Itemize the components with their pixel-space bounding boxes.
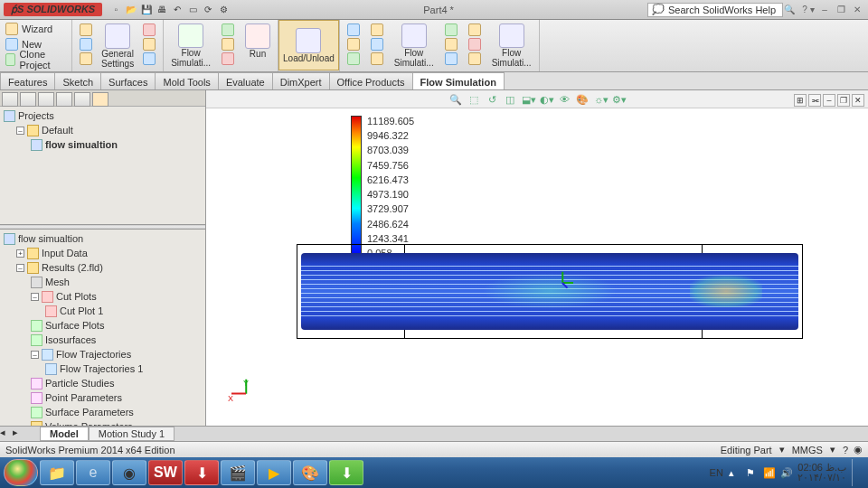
tab-mold-tools[interactable]: Mold Tools [155, 72, 218, 89]
flow-sim2-button[interactable]: Flow Simulati... [391, 22, 438, 70]
taskbar-mediaplayer[interactable]: ▶ [257, 460, 291, 485]
zoom-area-icon[interactable]: ⬚ [467, 92, 481, 107]
status-help-icon[interactable]: ? [843, 445, 848, 455]
vp-min-icon[interactable]: – [823, 94, 835, 107]
show-desktop-button[interactable] [852, 459, 859, 486]
bottom-tab-motion-study[interactable]: Motion Study 1 [89, 427, 175, 441]
load-unload-button[interactable]: Load/Unload [278, 20, 339, 70]
clone-project-button[interactable]: Clone Project [4, 52, 68, 67]
panel-tab-config[interactable] [38, 92, 54, 107]
tray-lang[interactable]: EN [710, 467, 723, 478]
options-icon[interactable]: ⚙ [217, 4, 230, 16]
vp-link-icon[interactable]: ⫘ [808, 94, 821, 107]
results-tree[interactable]: flow simualtion +Input Data –Results (2.… [0, 230, 205, 426]
conditions-icon[interactable] [80, 38, 92, 51]
tab-nav-prev[interactable]: ◂ [0, 427, 13, 440]
zoom-fit-icon[interactable]: 🔍 [448, 92, 463, 107]
status-flag-icon[interactable]: ◉ [854, 444, 863, 455]
general-settings-button[interactable]: General Settings [98, 22, 137, 70]
new-doc-icon[interactable]: ▫ [109, 4, 122, 16]
calc-control-icon[interactable] [143, 23, 156, 36]
tools3-icon[interactable] [445, 52, 458, 65]
project-tree[interactable]: Projects –Default flow simualtion [0, 107, 205, 224]
taskbar-explorer[interactable]: 📁 [40, 460, 74, 485]
restore-btn[interactable]: ❐ [834, 4, 848, 16]
tab-features[interactable]: Features [0, 72, 55, 89]
close-btn[interactable]: ✕ [850, 4, 864, 16]
insert-icon[interactable] [371, 38, 383, 51]
goals-icon[interactable] [80, 52, 92, 65]
prev-view-icon[interactable]: ↺ [485, 92, 499, 107]
tab-flow-simulation[interactable]: Flow Simulation [412, 72, 505, 89]
panel-tab-property[interactable] [20, 92, 36, 107]
open-icon[interactable]: 📂 [125, 4, 137, 16]
minimize-btn[interactable]: – [817, 4, 832, 16]
solve-icon[interactable] [222, 23, 234, 36]
vp-close-icon[interactable]: ✕ [852, 94, 864, 107]
new-calc-icon[interactable] [222, 52, 234, 65]
summary-icon[interactable] [80, 23, 92, 36]
compare-icon[interactable] [371, 52, 383, 65]
view-orient-icon[interactable]: ⬓▾ [521, 92, 535, 107]
panel-tab-feature[interactable] [2, 92, 18, 107]
min-max-icon[interactable] [347, 38, 360, 51]
help-search-input[interactable]: 💭Search SolidWorks Help [647, 3, 783, 17]
probe-icon[interactable] [347, 23, 360, 36]
status-customize-icon[interactable]: ▾ [779, 444, 785, 455]
taskbar-chrome[interactable]: ◉ [112, 460, 146, 485]
panel-tab-flowsim[interactable] [92, 92, 108, 107]
tools2-icon[interactable] [445, 38, 458, 51]
help-dropdown[interactable]: ? ▾ [801, 4, 816, 16]
tools1-icon[interactable] [445, 23, 458, 36]
taskbar-pdf[interactable]: ⬇ [184, 460, 219, 485]
tray-network-icon[interactable]: 📶 [763, 467, 775, 479]
tab-evaluate[interactable]: Evaluate [218, 72, 273, 89]
undo-icon[interactable]: ↶ [171, 4, 184, 16]
taskbar-moviemaker[interactable]: 🎬 [221, 460, 255, 485]
mesh-settings-icon[interactable] [143, 38, 156, 51]
flow-sim3-button[interactable]: Flow Simulati... [488, 22, 535, 70]
component-control-icon[interactable] [143, 52, 156, 65]
scene-icon[interactable]: ☼▾ [593, 92, 608, 107]
tools4-icon[interactable] [468, 23, 481, 36]
taskbar-idm[interactable]: ⬇ [329, 460, 363, 485]
taskbar-ie[interactable]: e [76, 460, 110, 485]
appearance-icon[interactable]: 🎨▾ [575, 92, 590, 107]
run-button[interactable]: Run [241, 22, 274, 70]
tray-action-icon[interactable]: ⚑ [746, 467, 758, 479]
taskbar-solidworks[interactable]: SW [148, 460, 183, 485]
wizard-button[interactable]: Wizard [4, 22, 68, 36]
bottom-tab-model[interactable]: Model [40, 427, 89, 441]
tools6-icon[interactable] [468, 52, 481, 65]
tray-volume-icon[interactable]: 🔊 [780, 467, 792, 479]
panel-tab-dimxpert[interactable] [56, 92, 72, 107]
taskbar-paint[interactable]: 🎨 [293, 460, 327, 485]
select-icon[interactable]: ▭ [186, 4, 199, 16]
section-view-icon[interactable]: ◫ [503, 92, 517, 107]
vp-tile-icon[interactable]: ⊞ [794, 94, 807, 107]
rebuild-icon[interactable]: ⟳ [202, 4, 214, 16]
view-settings-icon[interactable]: ⚙▾ [611, 92, 626, 107]
graphics-canvas[interactable]: 11189.6059946.3228703.0397459.7566216.47… [206, 108, 868, 426]
hide-show-icon[interactable]: 👁▾ [557, 92, 571, 107]
panel-tab-display[interactable] [74, 92, 90, 107]
vp-max-icon[interactable]: ❐ [837, 94, 850, 107]
search-go-icon[interactable]: 🔍 [783, 4, 796, 16]
tab-nav-next[interactable]: ▸ [13, 427, 25, 440]
tab-dimxpert[interactable]: DimXpert [272, 72, 330, 89]
collapse-icon[interactable]: – [16, 127, 24, 135]
tray-clock[interactable]: 02:06 ب.ظ ۲۰۱۴/۰۷/۱۰ [797, 463, 846, 483]
tab-surfaces[interactable]: Surfaces [100, 72, 156, 89]
tab-office-products[interactable]: Office Products [329, 72, 413, 89]
graphics-viewport[interactable]: 🔍 ⬚ ↺ ◫ ⬓▾ ◐▾ 👁▾ 🎨▾ ☼▾ ⚙▾ ⊞ ⫘ – ❐ ✕ [206, 90, 868, 426]
lighting-icon[interactable] [371, 23, 383, 36]
start-button[interactable] [4, 459, 38, 486]
tab-sketch[interactable]: Sketch [54, 72, 101, 89]
save-icon[interactable]: 💾 [140, 4, 153, 16]
tray-chevron-icon[interactable]: ▴ [729, 467, 741, 479]
display-icon[interactable] [347, 52, 360, 65]
batch-icon[interactable] [222, 38, 234, 51]
flow-sim1-button[interactable]: Flow Simulati... [167, 22, 214, 70]
print-icon[interactable]: 🖶 [156, 4, 168, 16]
display-style-icon[interactable]: ◐▾ [539, 92, 553, 107]
